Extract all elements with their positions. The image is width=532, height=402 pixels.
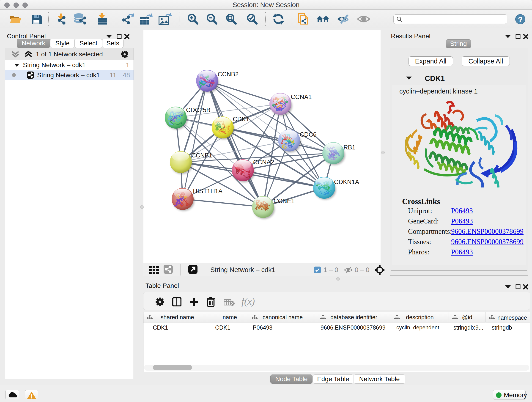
svg-text:CCNB2: CCNB2 bbox=[218, 71, 239, 78]
svg-text:CCNA2: CCNA2 bbox=[253, 159, 274, 166]
svg-text:CCNE1: CCNE1 bbox=[273, 198, 295, 204]
svg-text:CCNB1: CCNB1 bbox=[191, 152, 212, 159]
svg-text:CDC6: CDC6 bbox=[300, 131, 317, 138]
svg-text:HIST1H1A: HIST1H1A bbox=[193, 188, 222, 195]
svg-text:CDC25B: CDC25B bbox=[186, 107, 210, 114]
svg-text:CDKN1A: CDKN1A bbox=[334, 179, 359, 185]
svg-text:CCNA1: CCNA1 bbox=[291, 94, 312, 100]
svg-text:RB1: RB1 bbox=[343, 144, 355, 151]
svg-text:CDK1: CDK1 bbox=[233, 116, 249, 123]
